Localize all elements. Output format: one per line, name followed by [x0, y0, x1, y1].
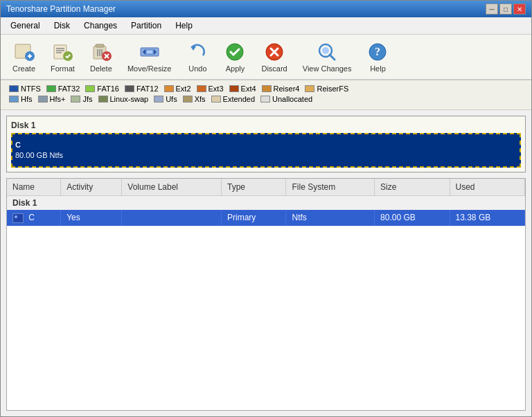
delete-icon [90, 41, 112, 63]
legend-reiser4: Reiser4 [262, 85, 300, 93]
legend-ext4: Ext4 [229, 85, 256, 93]
format-icon [51, 41, 73, 63]
row-used: 13.38 GB [450, 210, 524, 226]
create-button[interactable]: Create [6, 37, 42, 76]
legend-ext2: Ext2 [164, 85, 191, 93]
legend-row-1: NTFS FAT32 FAT16 FAT12 Ext2 Ext3 [9, 85, 523, 93]
legend-ext3-color [197, 85, 206, 92]
legend-hfsplus-color [38, 96, 48, 103]
legend-ext3-label: Ext3 [209, 85, 224, 93]
close-button[interactable]: ✕ [513, 3, 526, 15]
menu-partition[interactable]: Partition [124, 19, 168, 33]
row-size: 80.00 GB [375, 210, 450, 226]
legend-linux-swap-label: Linux-swap [110, 95, 149, 103]
legend-extended-label: Extended [223, 95, 255, 103]
discard-icon [263, 41, 285, 63]
maximize-button[interactable]: □ [499, 3, 512, 15]
row-file-system: Ntfs [286, 210, 375, 226]
help-button[interactable]: ? Help [360, 37, 395, 76]
legend-fat12: FAT12 [125, 85, 159, 93]
window-title: Tenorshare Partition Manager [6, 4, 116, 14]
legend-hfs-color [9, 96, 19, 103]
legend-ufs-label: Ufs [166, 95, 177, 103]
legend-ext4-color [229, 85, 239, 92]
menu-disk[interactable]: Disk [47, 19, 77, 33]
legend-hfs-label: Hfs [21, 95, 33, 103]
legend-xfs-color [183, 96, 193, 103]
delete-button[interactable]: Delete [84, 37, 118, 76]
row-volume-label [122, 210, 222, 226]
row-activity: Yes [61, 210, 122, 226]
apply-button[interactable]: Apply [218, 37, 252, 76]
delete-label: Delete [90, 64, 112, 73]
menu-general[interactable]: General [3, 19, 47, 33]
col-used: Used [450, 179, 524, 196]
legend-fat16-label: FAT16 [97, 85, 119, 93]
legend-fat32-label: FAT32 [58, 85, 80, 93]
minimize-button[interactable]: ─ [486, 3, 498, 15]
move-resize-label: Move/Resize [127, 64, 172, 73]
legend-fat16-color [85, 85, 95, 92]
discard-button[interactable]: Discard [255, 37, 293, 76]
undo-label: Undo [188, 64, 206, 73]
legend-ntfs: NTFS [9, 85, 41, 93]
legend-reiserfs-color [305, 85, 314, 92]
table-row[interactable]: C Yes Primary Ntfs 80.00 GB 13.38 GB [7, 210, 525, 226]
legend-ntfs-color [9, 85, 19, 92]
legend-unallocated-label: Unallocated [272, 95, 312, 103]
format-label: Format [51, 64, 75, 73]
col-type: Type [222, 179, 286, 196]
move-resize-icon [139, 41, 161, 63]
discard-label: Discard [261, 64, 287, 73]
legend-fat32-color [46, 85, 56, 92]
legend-fat12-label: FAT12 [136, 85, 159, 93]
disk-group-row: Disk 1 [7, 196, 525, 211]
menu-changes[interactable]: Changes [77, 19, 124, 33]
legend-xfs-label: Xfs [195, 95, 206, 103]
view-changes-button[interactable]: View Changes [296, 37, 358, 76]
col-size: Size [375, 179, 450, 196]
svg-text:?: ? [375, 46, 380, 57]
undo-button[interactable]: Undo [180, 37, 215, 76]
legend-jfs-label: Jfs [82, 95, 92, 103]
svg-rect-10 [96, 44, 104, 47]
legend-row-2: Hfs Hfs+ Jfs Linux-swap Ufs Xfs [9, 95, 523, 103]
legend-jfs-color [71, 96, 80, 103]
menu-help[interactable]: Help [168, 19, 200, 33]
format-button[interactable]: Format [44, 37, 81, 76]
legend-ext2-color [164, 85, 174, 92]
legend-hfs: Hfs [9, 95, 33, 103]
legend-ext3: Ext3 [197, 85, 224, 93]
legend-reiserfs: ReiserFS [305, 85, 348, 93]
menu-bar: General Disk Changes Partition Help [1, 17, 531, 35]
svg-marker-21 [190, 46, 196, 51]
legend-ext4-label: Ext4 [241, 85, 256, 93]
row-name: C [7, 210, 61, 226]
disk-bar-partition-size: 80.00 GB Ntfs [15, 150, 63, 161]
legend-linux-swap-color [98, 96, 108, 103]
legend-hfsplus: Hfs+ [38, 95, 66, 103]
legend-reiserfs-label: ReiserFS [317, 85, 348, 93]
undo-icon [186, 41, 209, 63]
legend-unallocated: Unallocated [260, 95, 312, 103]
col-activity: Activity [61, 179, 122, 196]
svg-rect-20 [146, 50, 153, 54]
legend-fat32: FAT32 [46, 85, 80, 93]
legend-extended: Extended [211, 95, 255, 103]
legend-fat12-color [125, 85, 134, 92]
legend-ufs: Ufs [154, 95, 177, 103]
col-name: Name [7, 179, 61, 196]
legend-fat16: FAT16 [85, 85, 119, 93]
move-resize-button[interactable]: Move/Resize [121, 37, 178, 76]
table-header-row: Name Activity Volume Label Type File Sys… [7, 179, 525, 196]
legend-extended-color [211, 96, 221, 103]
legend-linux-swap: Linux-swap [98, 95, 149, 103]
row-type: Primary [222, 210, 286, 226]
col-file-system: File System [286, 179, 375, 196]
disk-visual-label: Disk 1 [11, 121, 521, 130]
legend-area: NTFS FAT32 FAT16 FAT12 Ext2 Ext3 [1, 80, 531, 110]
main-window: Tenorshare Partition Manager ─ □ ✕ Gener… [0, 0, 532, 417]
view-changes-icon [316, 41, 338, 63]
help-label: Help [370, 64, 386, 73]
disk-bar[interactable]: C 80.00 GB Ntfs [11, 133, 521, 168]
